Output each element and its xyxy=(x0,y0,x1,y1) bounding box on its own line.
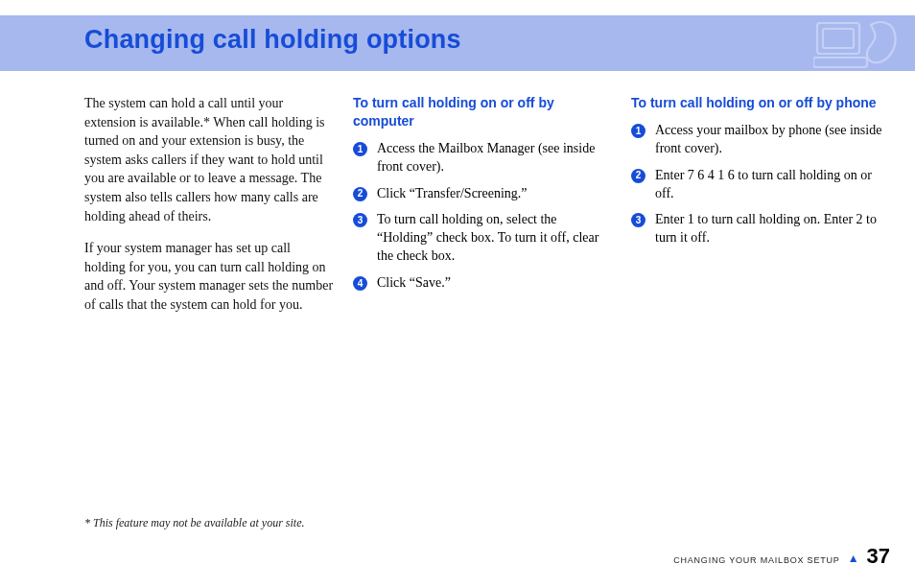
step-number-icon: 2 xyxy=(631,169,645,183)
list-item: 2 Click “Transfer/Screening.” xyxy=(353,185,612,203)
list-item: 3 Enter 1 to turn call holding on. Enter… xyxy=(631,211,890,247)
footnote: * This feature may not be available at y… xyxy=(84,516,305,530)
page-title: Changing call holding options xyxy=(84,25,461,55)
step-text: Access the Mailbox Manager (see inside f… xyxy=(377,140,612,176)
step-list: 1 Access your mailbox by phone (see insi… xyxy=(631,122,890,247)
step-number-icon: 1 xyxy=(631,124,645,138)
step-number-icon: 3 xyxy=(353,213,367,227)
step-text: Click “Save.” xyxy=(377,274,612,293)
svg-rect-1 xyxy=(823,29,854,48)
computer-phone-icon xyxy=(813,17,905,71)
step-number-icon: 2 xyxy=(353,187,367,201)
procedure-phone: To turn call holding on or off by phone … xyxy=(631,94,890,328)
step-text: Enter 7 6 4 1 6 to turn call holding on … xyxy=(655,167,890,203)
procedure-heading: To turn call holding on or off by comput… xyxy=(353,94,612,130)
step-text: Access your mailbox by phone (see inside… xyxy=(655,122,890,158)
list-item: 1 Access the Mailbox Manager (see inside… xyxy=(353,140,612,176)
svg-rect-2 xyxy=(813,58,867,67)
list-item: 3 To turn call holding on, select the “H… xyxy=(353,211,612,266)
intro-column: The system can hold a call until your ex… xyxy=(84,94,334,328)
procedure-computer: To turn call holding on or off by comput… xyxy=(353,94,612,328)
step-text: Enter 1 to turn call holding on. Enter 2… xyxy=(655,211,890,247)
intro-paragraph-2: If your system manager has set up call h… xyxy=(84,239,334,314)
step-number-icon: 3 xyxy=(631,213,645,227)
intro-paragraph-1: The system can hold a call until your ex… xyxy=(84,94,334,225)
list-item: 1 Access your mailbox by phone (see insi… xyxy=(631,122,890,158)
list-item: 2 Enter 7 6 4 1 6 to turn call holding o… xyxy=(631,167,890,203)
step-number-icon: 4 xyxy=(353,276,367,291)
page-footer: CHANGING YOUR MAILBOX SETUP ▲ 37 xyxy=(673,544,890,569)
page-number: 37 xyxy=(867,544,890,569)
list-item: 4 Click “Save.” xyxy=(353,274,612,293)
step-number-icon: 1 xyxy=(353,142,367,156)
step-text: Click “Transfer/Screening.” xyxy=(377,185,612,203)
content-area: The system can hold a call until your ex… xyxy=(84,94,890,328)
step-text: To turn call holding on, select the “Hol… xyxy=(377,211,612,266)
triangle-icon: ▲ xyxy=(848,552,859,566)
footer-section-label: CHANGING YOUR MAILBOX SETUP xyxy=(673,555,839,565)
procedure-heading: To turn call holding on or off by phone xyxy=(631,94,890,112)
step-list: 1 Access the Mailbox Manager (see inside… xyxy=(353,140,612,293)
